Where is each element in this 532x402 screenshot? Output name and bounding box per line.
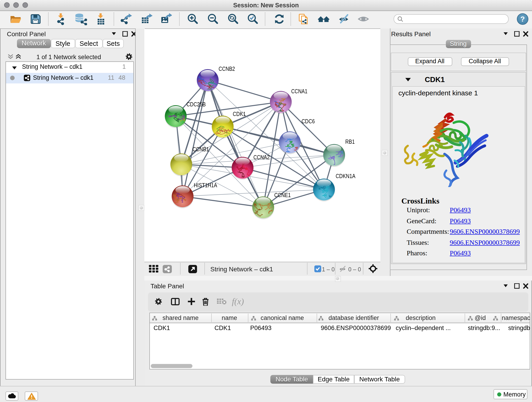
- svg-text:CCNA1: CCNA1: [291, 88, 307, 94]
- svg-text:CCNA2: CCNA2: [253, 154, 269, 160]
- svg-text:CCNB1: CCNB1: [192, 146, 209, 152]
- svg-text:RB1: RB1: [345, 138, 355, 145]
- svg-text:CDC25B: CDC25B: [186, 101, 206, 107]
- svg-text:CDKN1A: CDKN1A: [336, 172, 355, 179]
- svg-text:CDC6: CDC6: [301, 118, 315, 124]
- svg-text:CCNB2: CCNB2: [218, 65, 235, 72]
- svg-text:HIST1H1A: HIST1H1A: [194, 182, 217, 188]
- svg-text:CCNE1: CCNE1: [274, 191, 291, 198]
- svg-text:CDK1: CDK1: [233, 110, 246, 117]
